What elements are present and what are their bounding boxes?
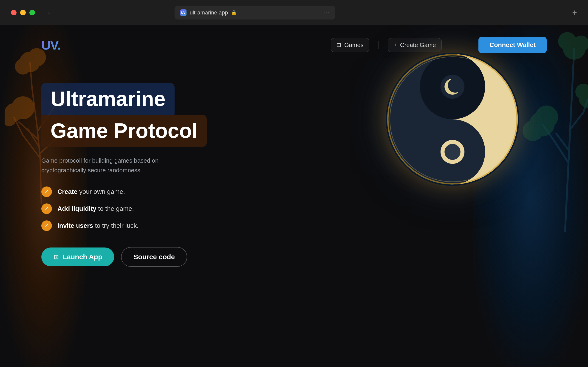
svg-point-12	[575, 84, 588, 100]
hero-title-line1: Ultramarine	[41, 83, 174, 115]
feature-invite-rest: to try their luck.	[95, 222, 138, 229]
back-button[interactable]: ‹	[45, 8, 53, 17]
games-nav-item[interactable]: ⊡ Games	[331, 38, 369, 52]
address-bar[interactable]: UV ultramarine.app 🔒 ···	[174, 6, 335, 19]
launch-app-button[interactable]: ⊡ Launch App	[41, 248, 114, 266]
hero-title-block: Ultramarine Game Protocol	[41, 83, 280, 147]
feature-liquidity-bold: Add liquidity	[57, 205, 96, 212]
feature-item-create: ✓ Create your own game.	[41, 186, 280, 197]
svg-point-22	[448, 78, 463, 93]
create-game-label: Create Game	[400, 42, 436, 49]
create-game-nav-item[interactable]: + Create Game	[388, 38, 442, 52]
lock-icon: 🔒	[231, 10, 237, 15]
check-icon-create: ✓	[41, 186, 52, 197]
svg-point-10	[535, 106, 558, 128]
feature-liquidity-text: Add liquidity to the game.	[57, 205, 134, 212]
main-page: UV. ⊡ Games + Create Game Connect Wallet…	[0, 25, 588, 367]
launch-app-label: Launch App	[63, 253, 102, 261]
check-icon-liquidity: ✓	[41, 203, 52, 214]
minimize-button[interactable]	[20, 10, 26, 15]
feature-item-invite: ✓ Invite users to try their luck.	[41, 220, 280, 231]
launch-app-icon: ⊡	[53, 253, 59, 261]
feature-create-bold: Create	[57, 188, 78, 195]
yin-yang-decoration	[386, 53, 524, 190]
feature-list: ✓ Create your own game. ✓ Add liquidity …	[41, 186, 280, 231]
close-button[interactable]	[11, 10, 17, 15]
url-text: ultramarine.app	[190, 9, 228, 16]
hero-section: Ultramarine Game Protocol Game protocoll…	[0, 65, 321, 285]
window-chrome: ‹ UV ultramarine.app 🔒 ··· +	[0, 0, 588, 25]
favicon: UV	[180, 9, 187, 16]
maximize-button[interactable]	[29, 10, 35, 15]
svg-point-23	[444, 144, 460, 160]
site-navbar: UV. ⊡ Games + Create Game Connect Wallet	[0, 25, 588, 65]
feature-liquidity-rest: to the game.	[98, 205, 134, 212]
plus-icon: +	[394, 42, 397, 48]
check-icon-invite: ✓	[41, 220, 52, 231]
logo[interactable]: UV.	[41, 38, 60, 52]
more-options-icon[interactable]: ···	[323, 10, 330, 16]
feature-create-text: Create your own game.	[57, 188, 125, 195]
traffic-lights	[11, 10, 35, 15]
cta-buttons: ⊡ Launch App Source code	[41, 247, 280, 267]
connect-wallet-button[interactable]: Connect Wallet	[478, 37, 547, 53]
new-tab-button[interactable]: +	[572, 8, 577, 17]
feature-invite-bold: Invite users	[57, 222, 93, 229]
logo-text: UV.	[41, 38, 60, 52]
feature-item-liquidity: ✓ Add liquidity to the game.	[41, 203, 280, 214]
nav-separator	[379, 41, 379, 49]
hero-title-line2: Game Protocol	[41, 115, 207, 147]
hero-subtitle: Game protocoll for building games based …	[41, 156, 202, 175]
source-code-button[interactable]: Source code	[121, 247, 187, 267]
feature-invite-text: Invite users to try their luck.	[57, 222, 138, 229]
feature-create-rest: your own game.	[79, 188, 125, 195]
games-icon: ⊡	[337, 42, 341, 48]
games-label: Games	[344, 42, 363, 49]
